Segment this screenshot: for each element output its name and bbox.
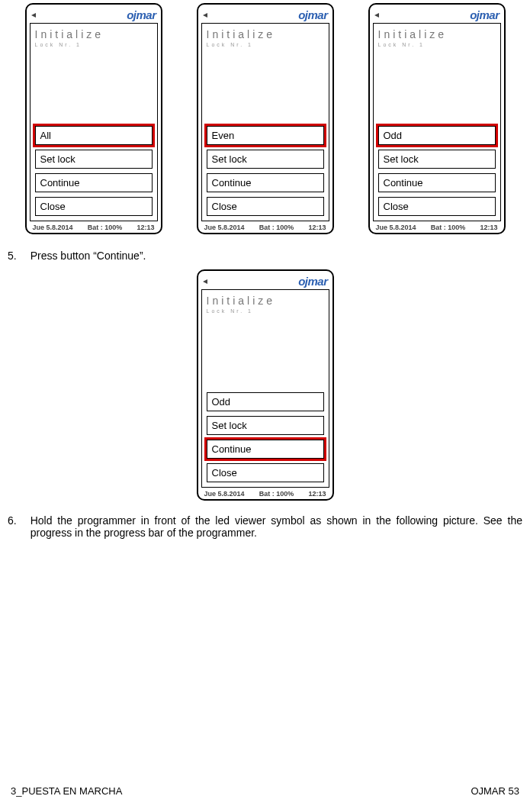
device-screen: Initialize Lock Nr. 1 Even Set lock Cont… <box>201 23 329 221</box>
close-button[interactable]: Close <box>207 197 324 216</box>
set-lock-button[interactable]: Set lock <box>207 150 324 169</box>
option-odd-button[interactable]: Odd <box>378 126 496 145</box>
device-row-1: ◂ ojmar Initialize Lock Nr. 1 All Set lo… <box>8 3 522 234</box>
status-bar: Jue 5.8.2014 Bat : 100% 12:13 <box>201 221 329 231</box>
continue-button[interactable]: Continue <box>207 440 324 459</box>
screen-title: Initialize <box>207 295 324 307</box>
brand-logo: ojmar <box>298 8 327 21</box>
status-battery: Bat : 100% <box>259 224 294 231</box>
button-list: Even Set lock Continue Close <box>207 126 324 216</box>
step-text: Hold the programmer in front of the led … <box>31 514 522 539</box>
device-row-2: ◂ ojmar Initialize Lock Nr. 1 Odd Set lo… <box>8 269 522 501</box>
device-topbar: ◂ ojmar <box>201 274 329 288</box>
status-time: 12:13 <box>308 224 326 231</box>
close-button[interactable]: Close <box>207 463 324 482</box>
brand-logo: ojmar <box>298 275 327 288</box>
button-list: Odd Set lock Continue Close <box>378 126 496 216</box>
device-continue: ◂ ojmar Initialize Lock Nr. 1 Odd Set lo… <box>197 269 334 501</box>
screen-title: Initialize <box>378 28 496 40</box>
option-odd-button[interactable]: Odd <box>207 392 324 411</box>
device-screen: Initialize Lock Nr. 1 Odd Set lock Conti… <box>373 23 501 221</box>
close-button[interactable]: Close <box>378 197 496 216</box>
status-time: 12:13 <box>308 490 326 498</box>
device-all: ◂ ojmar Initialize Lock Nr. 1 All Set lo… <box>25 3 162 234</box>
step-number: 6. <box>8 514 17 539</box>
status-time: 12:13 <box>480 224 497 231</box>
status-date: Jue 5.8.2014 <box>33 224 73 231</box>
device-topbar: ◂ ojmar <box>373 8 501 21</box>
status-bar: Jue 5.8.2014 Bat : 100% 12:13 <box>30 221 158 231</box>
status-battery: Bat : 100% <box>259 490 294 498</box>
screen-subtitle: Lock Nr. 1 <box>207 42 324 47</box>
set-lock-button[interactable]: Set lock <box>35 150 153 169</box>
screen-title: Initialize <box>207 28 324 40</box>
step-text: Press button “Continue”. <box>31 250 522 262</box>
option-all-button[interactable]: All <box>35 126 153 145</box>
option-even-button[interactable]: Even <box>207 126 324 145</box>
set-lock-button[interactable]: Set lock <box>378 150 496 169</box>
continue-button[interactable]: Continue <box>207 173 324 192</box>
device-screen: Initialize Lock Nr. 1 Odd Set lock Conti… <box>201 289 329 488</box>
brand-logo: ojmar <box>470 8 499 21</box>
continue-button[interactable]: Continue <box>35 173 153 192</box>
device-even: ◂ ojmar Initialize Lock Nr. 1 Even Set l… <box>197 3 334 234</box>
brand-logo: ojmar <box>127 8 156 21</box>
status-date: Jue 5.8.2014 <box>204 490 245 498</box>
device-topbar: ◂ ojmar <box>30 8 158 21</box>
device-screen: Initialize Lock Nr. 1 All Set lock Conti… <box>30 23 158 221</box>
screen-subtitle: Lock Nr. 1 <box>35 42 153 47</box>
screen-title: Initialize <box>35 28 153 40</box>
status-date: Jue 5.8.2014 <box>204 224 245 231</box>
antenna-icon: ◂ <box>203 9 207 20</box>
device-odd: ◂ ojmar Initialize Lock Nr. 1 Odd Set lo… <box>368 3 506 234</box>
status-time: 12:13 <box>137 224 154 231</box>
antenna-icon: ◂ <box>31 9 36 20</box>
device-topbar: ◂ ojmar <box>201 8 329 21</box>
close-button[interactable]: Close <box>35 197 153 216</box>
status-battery: Bat : 100% <box>88 224 123 231</box>
screen-subtitle: Lock Nr. 1 <box>378 42 496 47</box>
status-date: Jue 5.8.2014 <box>376 224 416 231</box>
button-list: Odd Set lock Continue Close <box>207 392 324 482</box>
status-bar: Jue 5.8.2014 Bat : 100% 12:13 <box>201 488 329 498</box>
antenna-icon: ◂ <box>203 276 207 286</box>
step-6: 6. Hold the programmer in front of the l… <box>8 514 522 539</box>
continue-button[interactable]: Continue <box>378 173 496 192</box>
button-list: All Set lock Continue Close <box>35 126 153 216</box>
antenna-icon: ◂ <box>374 9 379 20</box>
status-bar: Jue 5.8.2014 Bat : 100% 12:13 <box>373 221 501 231</box>
step-5: 5. Press button “Continue”. <box>8 250 522 262</box>
screen-subtitle: Lock Nr. 1 <box>207 308 324 314</box>
status-battery: Bat : 100% <box>431 224 466 231</box>
step-number: 5. <box>8 250 17 262</box>
set-lock-button[interactable]: Set lock <box>207 416 324 435</box>
